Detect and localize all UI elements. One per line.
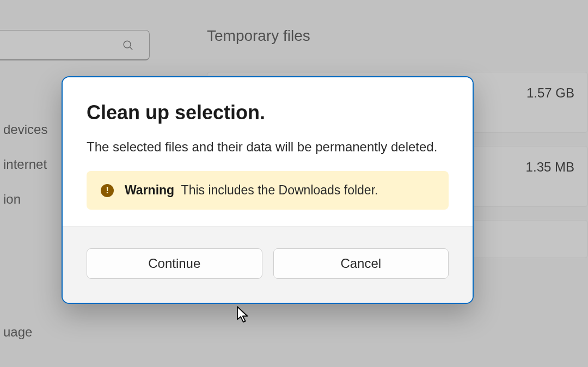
cleanup-dialog: Clean up selection. The selected files a… [62, 76, 474, 304]
cancel-button[interactable]: Cancel [273, 248, 449, 279]
search-input[interactable] [0, 30, 150, 60]
page-title: Temporary files [207, 27, 588, 45]
warning-banner: ! Warning This includes the Downloads fo… [87, 171, 449, 210]
svg-point-0 [124, 41, 131, 48]
sidebar-item[interactable]: uage [0, 315, 185, 350]
dialog-text: The selected files and their data will b… [87, 139, 449, 155]
warning-text: This includes the Downloads folder. [181, 183, 378, 197]
svg-line-1 [130, 47, 132, 50]
search-icon [122, 39, 134, 51]
warning-label: Warning [125, 183, 174, 197]
warning-icon: ! [101, 184, 114, 197]
dialog-footer: Continue Cancel [63, 226, 473, 303]
continue-button[interactable]: Continue [87, 248, 262, 279]
dialog-title: Clean up selection. [87, 101, 449, 124]
